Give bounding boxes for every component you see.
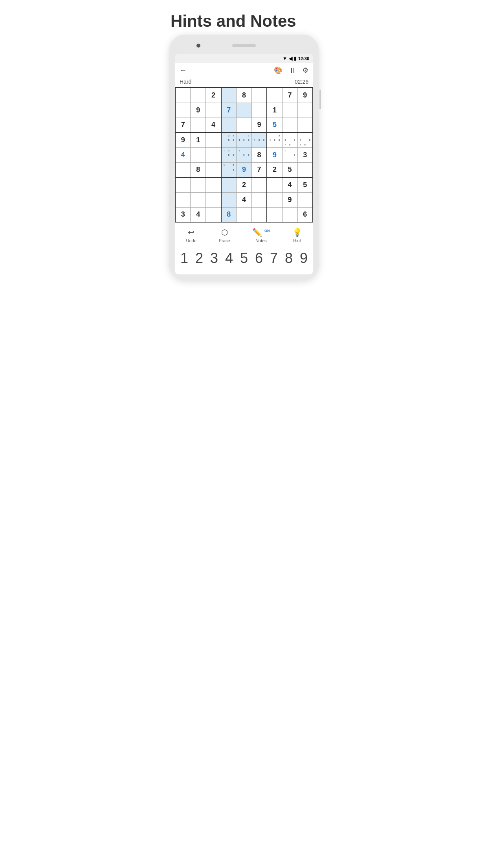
num-btn-8[interactable]: 8 [282,250,296,267]
sudoku-cell[interactable] [251,177,267,192]
sudoku-cell[interactable]: 1 [191,132,206,147]
sudoku-cell[interactable]: 9 [237,162,252,177]
sudoku-cell[interactable] [267,88,282,103]
sudoku-cell[interactable] [267,177,282,192]
sudoku-cell[interactable]: 4 [237,192,252,207]
sudoku-cell[interactable] [251,103,267,118]
settings-button[interactable]: ⚙ [302,66,308,75]
sudoku-cell[interactable]: 4678 [282,132,297,147]
erase-button[interactable]: ⬡ Erase [219,228,230,243]
sudoku-cell[interactable]: 4 [282,177,297,192]
sudoku-cell[interactable] [267,192,282,207]
pause-button[interactable]: ⏸ [289,66,296,75]
sudoku-cell[interactable]: 7 [221,103,237,118]
sudoku-cell[interactable]: 3 [297,147,313,162]
sudoku-cell[interactable]: 9 [297,88,313,103]
difficulty-label: Hard [180,79,191,85]
sudoku-cell[interactable]: 9 [191,103,206,118]
num-btn-5[interactable]: 5 [237,250,251,267]
sudoku-cell[interactable]: 5 [297,177,313,192]
sudoku-cell[interactable] [206,103,221,118]
sudoku-cell[interactable] [175,177,191,192]
sudoku-cell[interactable] [282,207,297,222]
sudoku-cell[interactable]: 3456 [237,132,252,147]
sudoku-cell[interactable] [191,147,206,162]
sudoku-cell[interactable] [191,192,206,207]
num-btn-7[interactable]: 7 [267,250,281,267]
sudoku-cell[interactable] [175,88,191,103]
sudoku-cell[interactable]: 7 [251,162,267,177]
sudoku-cell[interactable] [251,207,267,222]
sudoku-cell[interactable] [221,118,237,132]
sudoku-cell[interactable]: 1 [267,103,282,118]
sudoku-cell[interactable] [297,162,313,177]
sudoku-cell[interactable] [251,192,267,207]
sudoku-cell[interactable] [297,118,313,132]
sudoku-cell[interactable] [221,192,237,207]
sudoku-cell[interactable]: 9 [251,118,267,132]
sudoku-cell[interactable]: 8 [237,88,252,103]
sudoku-cell[interactable] [191,118,206,132]
undo-button[interactable]: ↩ Undo [186,228,196,243]
hint-button[interactable]: 💡 Hint [292,228,302,243]
sudoku-cell[interactable]: 4 [175,147,191,162]
sudoku-cell[interactable]: 136 [221,162,237,177]
sudoku-cell[interactable] [237,118,252,132]
notes-button[interactable]: ✏️ ON Notes [252,228,270,243]
sudoku-cell[interactable]: 5 [282,162,297,177]
sudoku-cell[interactable] [175,103,191,118]
sudoku-cell[interactable]: 4 [206,118,221,132]
sudoku-grid-container: 2879971749591235634564563456467846784125… [175,87,313,223]
sudoku-cell[interactable]: 4 [191,207,206,222]
num-btn-4[interactable]: 4 [222,250,236,267]
num-btn-3[interactable]: 3 [207,250,221,267]
sudoku-cell[interactable] [206,177,221,192]
sudoku-cell[interactable] [297,103,313,118]
sudoku-cell[interactable] [191,88,206,103]
sudoku-cell[interactable]: 5 [267,118,282,132]
sudoku-cell[interactable]: 8 [251,147,267,162]
sudoku-cell[interactable] [206,132,221,147]
sudoku-cell[interactable] [267,207,282,222]
sudoku-cell[interactable] [206,162,221,177]
sudoku-cell[interactable] [237,207,252,222]
sudoku-cell[interactable]: 16 [282,147,297,162]
back-button[interactable]: ← [180,66,187,75]
sudoku-cell[interactable] [221,177,237,192]
sudoku-cell[interactable] [282,118,297,132]
sudoku-cell[interactable]: 8 [191,162,206,177]
num-btn-6[interactable]: 6 [252,250,266,267]
sudoku-cell[interactable]: 6 [297,207,313,222]
sudoku-cell[interactable] [191,177,206,192]
sudoku-cell[interactable] [175,192,191,207]
num-btn-9[interactable]: 9 [297,250,311,267]
sudoku-cell[interactable] [206,207,221,222]
sudoku-cell[interactable] [251,88,267,103]
num-btn-1[interactable]: 1 [177,250,191,267]
sudoku-cell[interactable]: 1256 [221,147,237,162]
sudoku-cell[interactable] [206,192,221,207]
sudoku-cell[interactable]: 7 [175,118,191,132]
sudoku-cell[interactable]: 8 [221,207,237,222]
sudoku-cell[interactable] [206,147,221,162]
sudoku-cell[interactable]: 7 [282,88,297,103]
sudoku-cell[interactable] [297,192,313,207]
sudoku-cell[interactable]: 3 [175,207,191,222]
sudoku-cell[interactable]: 2 [206,88,221,103]
sudoku-cell[interactable] [175,162,191,177]
sudoku-cell[interactable]: 2356 [221,132,237,147]
sudoku-cell[interactable]: 156 [237,147,252,162]
sudoku-cell[interactable]: 9 [175,132,191,147]
sudoku-cell[interactable] [237,103,252,118]
sudoku-cell[interactable]: 3456 [267,132,282,147]
sudoku-cell[interactable] [282,103,297,118]
sudoku-cell[interactable]: 9 [282,192,297,207]
num-btn-2[interactable]: 2 [192,250,206,267]
sudoku-cell[interactable]: 4678 [297,132,313,147]
sudoku-cell[interactable]: 2 [237,177,252,192]
palette-button[interactable]: 🎨 [274,66,283,75]
sudoku-cell[interactable]: 456 [251,132,267,147]
sudoku-cell[interactable]: 9 [267,147,282,162]
sudoku-cell[interactable] [221,88,237,103]
sudoku-cell[interactable]: 2 [267,162,282,177]
